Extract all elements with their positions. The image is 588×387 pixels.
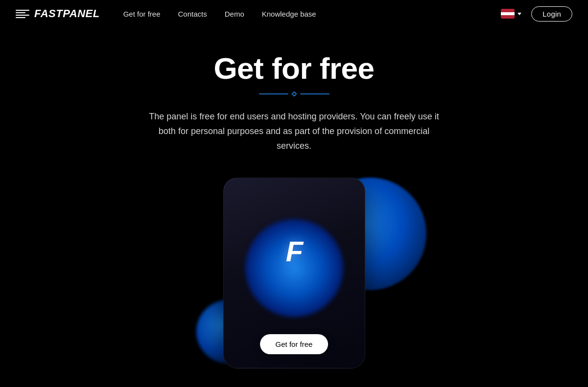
divider-diamond-icon bbox=[291, 91, 297, 97]
hero-card: F Get for free bbox=[223, 178, 365, 368]
hero-title: Get for free bbox=[213, 52, 374, 85]
chevron-down-icon bbox=[517, 13, 521, 15]
logo-text: FASTPANEL bbox=[34, 7, 100, 20]
logo-icon bbox=[16, 10, 29, 18]
nav-demo[interactable]: Demo bbox=[225, 10, 244, 18]
hero-card-section: F Get for free bbox=[0, 168, 588, 383]
logo-link[interactable]: FASTPANEL bbox=[16, 7, 100, 20]
nav-contacts[interactable]: Contacts bbox=[178, 10, 207, 18]
hero-section: Get for free The panel is free for end u… bbox=[0, 27, 588, 383]
divider-line-left bbox=[259, 93, 288, 94]
nav-links: Get for free Contacts Demo Knowledge bas… bbox=[123, 10, 497, 18]
card-f-logo: F bbox=[286, 235, 302, 268]
navbar: FASTPANEL Get for free Contacts Demo Kno… bbox=[0, 0, 588, 27]
nav-get-for-free[interactable]: Get for free bbox=[123, 10, 161, 18]
card-get-free-button[interactable]: Get for free bbox=[260, 334, 329, 354]
hero-divider bbox=[259, 92, 329, 96]
language-selector[interactable] bbox=[497, 7, 525, 21]
card-glow-effect bbox=[245, 219, 343, 317]
divider-line-right bbox=[300, 93, 329, 94]
hero-description: The panel is free for end users and host… bbox=[142, 110, 446, 153]
login-button[interactable]: Login bbox=[531, 6, 572, 22]
nav-knowledge-base[interactable]: Knowledge base bbox=[262, 10, 316, 18]
flag-us-icon bbox=[501, 9, 515, 19]
nav-right: Login bbox=[497, 6, 572, 22]
